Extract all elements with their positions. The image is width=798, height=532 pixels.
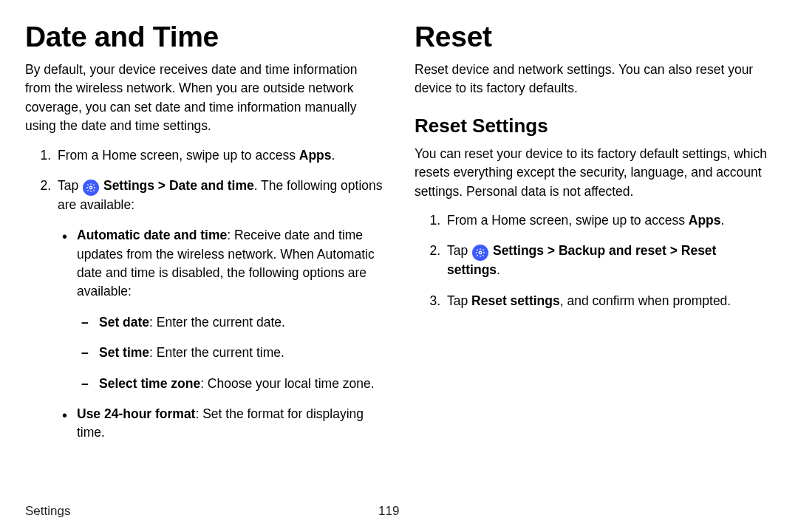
text: , and confirm when prompted. xyxy=(560,293,732,308)
page-footer: Settings 119 xyxy=(25,504,773,519)
option-desc: : Choose your local time zone. xyxy=(200,376,374,391)
option-24hr-format: Use 24-hour format: Set the format for d… xyxy=(77,405,383,443)
heading-reset: Reset xyxy=(415,21,773,53)
text: Tap xyxy=(447,243,471,258)
settings-gear-icon xyxy=(472,245,488,261)
intro-reset-settings: You can reset your device to its factory… xyxy=(415,145,773,201)
footer-page-number: 119 xyxy=(378,504,399,519)
text: . xyxy=(497,262,500,277)
option-label: Select time zone xyxy=(99,376,200,391)
heading-date-and-time: Date and Time xyxy=(25,21,383,53)
option-label: Automatic date and time xyxy=(77,228,227,242)
settings-gear-icon xyxy=(83,180,99,196)
option-auto-date-time: Automatic date and time: Receive date an… xyxy=(77,226,383,393)
svg-point-1 xyxy=(479,252,482,255)
text: Tap xyxy=(447,293,471,308)
option-set-date: Set date: Enter the current date. xyxy=(99,313,383,332)
step-3: Tap Reset settings, and confirm when pro… xyxy=(444,292,773,310)
option-label: Set date xyxy=(99,315,149,330)
intro-date-time: By default, your device receives date an… xyxy=(25,61,383,136)
step-1: From a Home screen, swipe up to access A… xyxy=(444,211,773,230)
option-set-time: Set time: Enter the current time. xyxy=(99,344,383,362)
text: From a Home screen, swipe up to access xyxy=(447,213,689,228)
option-desc: : Enter the current date. xyxy=(149,315,285,330)
option-time-zone: Select time zone: Choose your local time… xyxy=(99,375,383,393)
subheading-reset-settings: Reset Settings xyxy=(415,115,773,137)
apps-label: Apps xyxy=(299,148,332,163)
text: . xyxy=(721,213,725,228)
steps-reset-settings: From a Home screen, swipe up to access A… xyxy=(415,211,773,310)
left-column: Date and Time By default, your device re… xyxy=(25,21,383,494)
option-label: Set time xyxy=(99,345,149,360)
text: . xyxy=(332,148,335,163)
step-1: From a Home screen, swipe up to access A… xyxy=(55,146,383,165)
text: From a Home screen, swipe up to access xyxy=(58,148,299,163)
intro-reset: Reset device and network settings. You c… xyxy=(415,61,773,98)
step-2: Tap Settings > Date and time. The follow… xyxy=(55,177,383,443)
steps-date-time: From a Home screen, swipe up to access A… xyxy=(25,146,383,443)
option-label: Use 24-hour format xyxy=(77,406,195,421)
footer-section-label: Settings xyxy=(25,504,70,519)
right-column: Reset Reset device and network settings.… xyxy=(415,21,773,494)
apps-label: Apps xyxy=(689,213,721,228)
settings-path: Settings > Date and time xyxy=(103,178,254,193)
svg-point-0 xyxy=(89,186,92,189)
sub-options: Set date: Enter the current date. Set ti… xyxy=(77,313,383,393)
options-list: Automatic date and time: Receive date an… xyxy=(58,226,383,442)
option-desc: : Enter the current time. xyxy=(149,345,284,360)
reset-settings-label: Reset settings xyxy=(471,293,560,308)
text: Tap xyxy=(58,178,82,193)
step-2: Tap Settings > Backup and reset > Reset … xyxy=(444,242,773,279)
